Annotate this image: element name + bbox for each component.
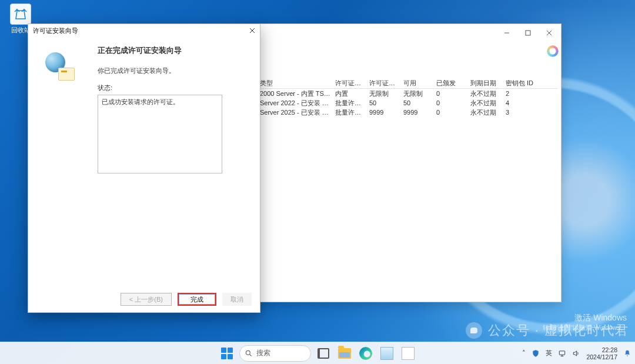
- task-view-button[interactable]: [315, 345, 332, 362]
- back-button: < 上一步(B): [121, 293, 172, 306]
- svg-rect-1: [526, 31, 530, 35]
- close-button[interactable]: [539, 25, 560, 41]
- taskbar: 搜索 ˄ 英 22:28 2024/12/17: [0, 342, 635, 364]
- search-icon: [245, 349, 253, 358]
- svg-rect-8: [560, 350, 565, 354]
- wizard-title: 许可证安装向导: [33, 26, 78, 35]
- clock-date: 2024/12/17: [586, 353, 617, 360]
- license-install-wizard: 许可证安装向导 正在完成许可证安装向导 你已完成许可证安装向导。 状态: 已成功…: [28, 24, 260, 313]
- ime-indicator[interactable]: 英: [546, 349, 552, 358]
- wizard-titlebar[interactable]: 许可证安装向导: [28, 24, 260, 37]
- col-type[interactable]: 类型: [258, 79, 333, 88]
- activate-title: 激活 Windows: [543, 313, 627, 323]
- taskbar-app-2[interactable]: [399, 345, 417, 362]
- table-row[interactable]: Server 2022 - 已安装 RDS ... 批量许可证 50 50 0 …: [258, 98, 557, 108]
- notifications-icon[interactable]: [623, 349, 631, 358]
- file-explorer-button[interactable]: [336, 345, 353, 362]
- clock[interactable]: 22:28 2024/12/17: [586, 346, 617, 360]
- cancel-button: 取消: [222, 293, 252, 306]
- recycle-bin-icon: [10, 4, 31, 25]
- table-row[interactable]: Server 2025 - 已安装 RDS ... 批量许可证 9999 999…: [258, 108, 557, 117]
- col-total[interactable]: 许可证总数: [367, 79, 401, 88]
- copilot-icon[interactable]: [547, 45, 559, 57]
- table-row[interactable]: 2000 Server - 内置 TS 每设... 内置 无限制 无限制 0 永…: [258, 89, 557, 98]
- wizard-art-icon: [42, 51, 83, 86]
- col-expire[interactable]: 到期日期: [468, 79, 503, 88]
- activate-windows-watermark: 激活 Windows 转到"设置"以激活 Windows。: [543, 313, 627, 332]
- license-table: 类型 许可证计划 许可证总数 可用 已颁发 到期日期 密钥包 ID 2000 S…: [258, 78, 557, 298]
- rds-licensing-window: 类型 许可证计划 许可证总数 可用 已颁发 到期日期 密钥包 ID 2000 S…: [253, 24, 562, 302]
- security-icon[interactable]: [532, 349, 540, 358]
- minimize-button[interactable]: [496, 25, 517, 41]
- wizard-main: 正在完成许可证安装向导 你已完成许可证安装向导。 状态: 已成功安装请求的许可证…: [98, 43, 253, 284]
- network-icon[interactable]: [558, 349, 566, 358]
- close-icon[interactable]: [247, 25, 258, 36]
- wizard-heading: 正在完成许可证安装向导: [98, 45, 253, 56]
- svg-line-7: [250, 354, 252, 356]
- taskbar-app-1[interactable]: [378, 345, 396, 362]
- start-button[interactable]: [218, 345, 236, 362]
- edge-button[interactable]: [357, 345, 375, 362]
- col-plan[interactable]: 许可证计划: [333, 79, 367, 88]
- status-box: 已成功安装请求的许可证。: [98, 95, 222, 173]
- col-avail[interactable]: 可用: [401, 79, 434, 88]
- wizard-footer: < 上一步(B) 完成 取消: [28, 286, 260, 312]
- clock-time: 22:28: [586, 346, 617, 353]
- activate-sub: 转到"设置"以激活 Windows。: [543, 323, 627, 332]
- tray-overflow-icon[interactable]: ˄: [522, 349, 526, 357]
- table-header: 类型 许可证计划 许可证总数 可用 已颁发 到期日期 密钥包 ID: [258, 78, 557, 89]
- maximize-button[interactable]: [517, 25, 539, 41]
- col-keypack[interactable]: 密钥包 ID: [503, 79, 539, 88]
- search-placeholder: 搜索: [256, 348, 270, 358]
- status-label: 状态:: [98, 84, 253, 92]
- status-text: 已成功安装请求的许可证。: [102, 98, 218, 106]
- search-box[interactable]: 搜索: [239, 345, 311, 362]
- col-issued[interactable]: 已颁发: [434, 79, 468, 88]
- volume-icon[interactable]: [572, 349, 580, 358]
- wizard-sidebar: [35, 43, 89, 284]
- back-window-titlebar[interactable]: [254, 24, 561, 42]
- finish-button[interactable]: 完成: [178, 293, 216, 306]
- system-tray[interactable]: ˄ 英 22:28 2024/12/17: [522, 342, 631, 364]
- svg-point-6: [246, 350, 250, 355]
- wizard-line1: 你已完成许可证安装向导。: [98, 66, 253, 75]
